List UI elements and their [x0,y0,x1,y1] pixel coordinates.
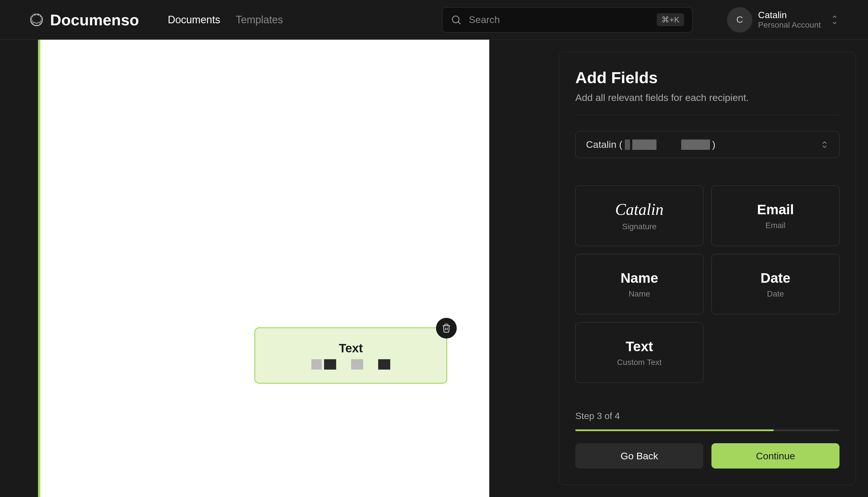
brand[interactable]: Documenso [29,11,139,29]
main: Text Add Fields Add all relevant field [0,40,868,497]
svg-line-2 [458,22,461,24]
progress-fill [575,429,774,431]
account-type: Personal Account [758,20,821,30]
field-signature[interactable]: Catalin Signature [575,185,703,246]
delete-field-button[interactable] [436,318,457,339]
search-icon [450,14,462,26]
trash-icon [442,323,451,333]
field-signature-sub: Signature [622,222,657,231]
account-menu[interactable]: C Catalin Personal Account [727,7,839,32]
avatar: C [727,7,752,32]
search-placeholder: Search [469,14,650,25]
panel-subtitle: Add all relevant fields for each recipie… [575,92,840,103]
step-label: Step 3 of 4 [575,411,840,421]
search-input[interactable]: Search ⌘+K [442,7,692,32]
field-email-sub: Email [765,221,785,230]
account-name: Catalin [758,10,821,20]
field-name-sub: Name [629,289,650,299]
placed-text-field[interactable]: Text [254,327,447,384]
field-name-title: Name [620,270,658,286]
button-row: Go Back Continue [575,443,840,469]
header: Documenso Documents Templates Search ⌘+K… [0,0,868,40]
field-email-title: Email [757,202,794,217]
field-grid: Catalin Signature Email Email Name Name … [575,185,840,383]
svg-point-1 [452,16,459,23]
recipient-select[interactable]: Catalin ( ) [575,131,840,158]
field-text[interactable]: Text Custom Text [575,323,703,383]
field-date-sub: Date [767,289,784,299]
go-back-button[interactable]: Go Back [575,443,703,469]
field-text-title: Text [626,339,653,354]
chevrons-up-down-icon [820,140,829,149]
field-date[interactable]: Date Date [711,254,840,314]
placed-field-title: Text [339,341,363,355]
panel-title: Add Fields [575,68,840,87]
document-area: Text [0,40,547,497]
recipient-suffix: ) [712,139,715,150]
document-page[interactable]: Text [38,40,489,497]
brand-text: Documenso [50,11,139,29]
recipient-prefix: Catalin ( [586,139,622,150]
search-shortcut: ⌘+K [657,13,684,26]
nav-templates[interactable]: Templates [236,14,283,26]
progress-bar [575,429,840,431]
field-email[interactable]: Email Email [711,185,840,246]
sidebar: Add Fields Add all relevant fields for e… [547,40,868,497]
chevron-down-icon [830,15,839,25]
field-signature-title: Catalin [615,200,663,218]
continue-button[interactable]: Continue [711,443,840,469]
divider [575,115,840,115]
main-nav: Documents Templates [168,14,283,26]
field-name[interactable]: Name Name [575,254,703,314]
step-section: Step 3 of 4 Go Back Continue [575,411,840,469]
nav-documents[interactable]: Documents [168,14,220,26]
recipient-redacted [625,140,710,150]
add-fields-panel: Add Fields Add all relevant fields for e… [559,52,856,485]
field-date-title: Date [760,270,790,286]
account-info: Catalin Personal Account [758,10,821,30]
field-text-sub: Custom Text [617,358,662,367]
brand-icon [29,12,44,28]
placed-field-redacted [311,359,390,370]
